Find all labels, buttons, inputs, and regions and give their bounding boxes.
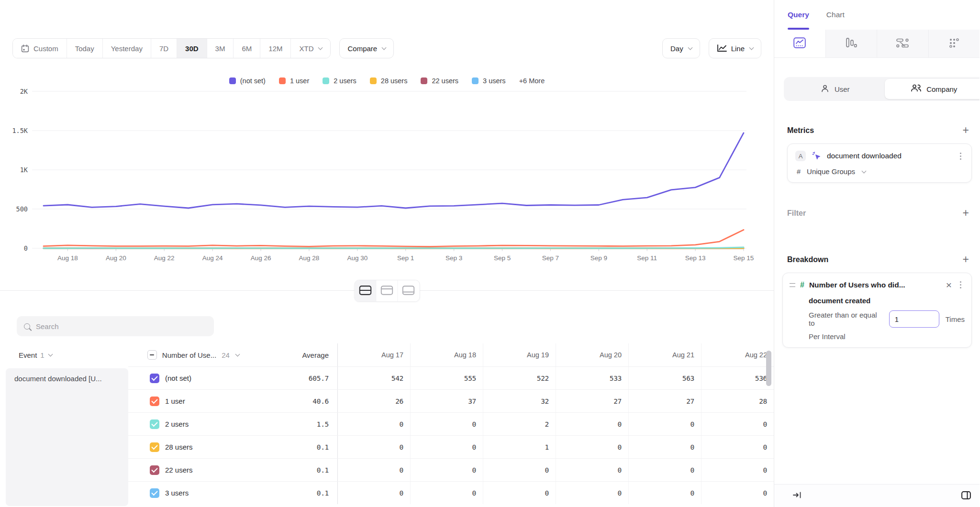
chart-type-dropdown[interactable]: Line — [709, 38, 761, 58]
add-breakdown-button[interactable]: + — [960, 254, 972, 265]
date-column-header[interactable]: Aug 22 — [701, 343, 774, 366]
date-range-button[interactable]: 7D — [151, 39, 177, 58]
date-range-button[interactable]: 6M — [234, 39, 260, 58]
legend-item[interactable]: 22 users — [421, 77, 458, 85]
date-range-button[interactable]: Custom — [13, 39, 67, 58]
average-value: 0.1 — [267, 443, 337, 451]
per-interval-label[interactable]: Per Interval — [809, 332, 965, 341]
metrics-section: Metrics + A document downloaded # Unique… — [774, 125, 980, 183]
toggle-company[interactable]: Company — [885, 79, 980, 99]
legend-item[interactable]: 1 user — [279, 77, 309, 85]
compare-button[interactable]: Compare — [339, 38, 394, 58]
svg-text:1.5K: 1.5K — [12, 127, 28, 134]
svg-text:Aug 28: Aug 28 — [299, 254, 320, 262]
series-checkbox[interactable] — [150, 397, 159, 406]
interval-dropdown[interactable]: Day — [662, 38, 700, 58]
legend-item[interactable]: 28 users — [370, 77, 408, 85]
search-row: Search — [17, 316, 774, 336]
date-range-button[interactable]: 3M — [207, 39, 234, 58]
series-checkbox[interactable] — [150, 442, 159, 452]
metric-event-name[interactable]: document downloaded — [827, 152, 951, 160]
table-row[interactable]: 3 users 0.1 0 0 0 0 0 0 — [128, 481, 774, 504]
tile-line-chart[interactable] — [774, 30, 825, 57]
select-all-checkbox[interactable] — [147, 350, 157, 360]
bottom-panel-icon — [402, 286, 415, 297]
table-row[interactable]: 1 user 40.6 26 37 32 27 27 28 — [128, 389, 774, 412]
legend-item[interactable]: 3 users — [472, 77, 506, 85]
series-checkbox[interactable] — [150, 374, 159, 383]
date-column-header[interactable]: Aug 20 — [556, 343, 628, 366]
date-range-button[interactable]: 30D — [177, 39, 207, 58]
interval-label: Day — [670, 44, 683, 53]
date-column-header[interactable]: Aug 21 — [628, 343, 701, 366]
legend-label: 2 users — [334, 77, 356, 85]
drag-handle-icon[interactable] — [790, 283, 795, 287]
table-row[interactable]: 22 users 0.1 0 0 0 0 0 0 — [128, 458, 774, 481]
date-column-header[interactable]: Aug 18 — [410, 343, 483, 366]
table-value-cell: 0 — [628, 459, 701, 481]
date-range-button[interactable]: Today — [67, 39, 103, 58]
series-label: 1 user — [165, 397, 185, 405]
insights-line-chart[interactable]: 05001K1.5K2KAug 18Aug 20Aug 22Aug 24Aug … — [0, 86, 774, 265]
metric-card[interactable]: A document downloaded # Unique Groups — [787, 143, 972, 183]
panel-layout-button[interactable] — [961, 491, 971, 501]
toggle-company-label: Company — [926, 85, 957, 93]
add-filter-button[interactable]: + — [960, 208, 972, 219]
svg-text:Aug 18: Aug 18 — [57, 254, 78, 262]
legend-more[interactable]: +6 More — [519, 77, 545, 85]
series-checkbox[interactable] — [150, 419, 159, 429]
date-range-label: Today — [75, 44, 94, 53]
legend-item[interactable]: 2 users — [323, 77, 356, 85]
event-column-header[interactable]: Event 1 — [0, 351, 126, 359]
collapse-sidebar-button[interactable] — [792, 491, 802, 500]
condition-label[interactable]: Greater than or equal to — [809, 311, 883, 327]
table-value-cell: 2 — [483, 413, 556, 435]
table-value-cell: 0 — [337, 436, 410, 458]
svg-text:Sep 15: Sep 15 — [734, 254, 754, 262]
layout-top-panel-button[interactable] — [376, 280, 398, 301]
date-range-button[interactable]: 12M — [260, 39, 291, 58]
layout-bottom-panel-button[interactable] — [398, 280, 419, 301]
legend-item[interactable]: (not set) — [229, 77, 266, 85]
table-row[interactable]: 2 users 1.5 0 0 2 0 0 0 — [128, 412, 774, 435]
event-cell[interactable]: document downloaded [U... — [6, 368, 128, 506]
arrow-to-bar-icon — [792, 491, 802, 500]
series-checkbox[interactable] — [150, 488, 159, 498]
metric-kebab-icon[interactable] — [960, 155, 961, 157]
breakdown-property-name[interactable]: Number of Users who did... — [809, 281, 941, 289]
times-value-input[interactable] — [889, 310, 939, 328]
search-input[interactable]: Search — [17, 316, 214, 336]
aggregation-selector[interactable]: # Unique Groups — [795, 167, 965, 176]
compare-label: Compare — [347, 44, 377, 53]
tile-bar-chart[interactable] — [825, 30, 877, 57]
breakdown-event-name[interactable]: document created — [809, 297, 965, 305]
tab-chart[interactable]: Chart — [826, 0, 845, 30]
legend-label: 22 users — [432, 77, 458, 85]
tile-flows-chart[interactable] — [877, 30, 928, 57]
group-type-toggle: User Company — [784, 77, 980, 101]
tab-query[interactable]: Query — [788, 0, 809, 30]
tile-more-charts[interactable] — [928, 30, 980, 57]
table-vertical-scrollbar[interactable] — [766, 351, 771, 386]
date-column-header[interactable]: Aug 17 — [337, 343, 410, 366]
breakdown-kebab-icon[interactable] — [960, 284, 961, 286]
series-label: (not set) — [165, 374, 191, 382]
toggle-user[interactable]: User — [786, 79, 885, 99]
date-range-button[interactable]: XTD — [291, 39, 330, 58]
chevron-down-icon — [862, 168, 867, 173]
table-row[interactable]: (not set) 605.7 542 555 522 533 563 536 — [128, 366, 774, 389]
date-range-button[interactable]: Yesterday — [103, 39, 151, 58]
layout-split-view-button[interactable] — [355, 280, 376, 301]
table-row[interactable]: 28 users 0.1 0 0 1 0 0 0 — [128, 435, 774, 458]
date-column-header[interactable]: Aug 19 — [483, 343, 556, 366]
add-metric-button[interactable]: + — [960, 125, 972, 136]
layout-toggle-group — [354, 280, 420, 302]
legend-swatch — [229, 77, 236, 84]
series-checkbox[interactable] — [150, 465, 159, 475]
series-column-header[interactable]: Number of Use... 24 — [126, 350, 267, 360]
split-view-icon — [359, 286, 371, 297]
date-range-label: 12M — [268, 44, 282, 53]
remove-breakdown-button[interactable]: × — [946, 280, 952, 290]
table-value-cell: 0 — [337, 482, 410, 504]
average-column-header[interactable]: Average — [267, 351, 337, 359]
